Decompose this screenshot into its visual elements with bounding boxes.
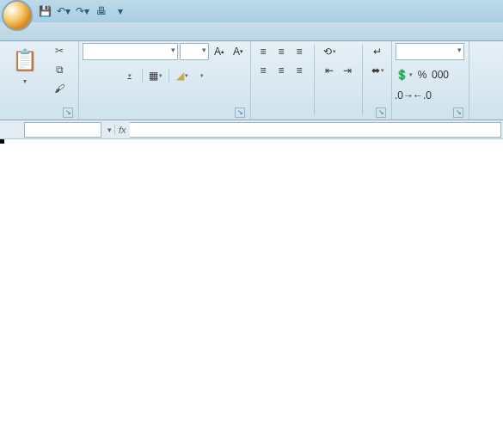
align-bottom-icon[interactable]: ≡ [291, 43, 308, 60]
align-left-icon[interactable]: ≡ [255, 62, 272, 79]
font-color-icon[interactable] [193, 67, 210, 84]
accounting-format-icon[interactable]: 💲 [396, 66, 413, 83]
group-label-number: ↘ [396, 117, 465, 120]
group-label-font: ↘ [83, 117, 247, 120]
bold-button[interactable] [83, 67, 100, 84]
grow-font-icon[interactable]: A▴ [211, 43, 228, 60]
alignment-dialog-launcher[interactable]: ↘ [376, 107, 386, 118]
save-icon[interactable]: 💾 [38, 4, 52, 18]
qat-customize-icon[interactable]: ▾ [113, 4, 127, 18]
font-dialog-launcher[interactable]: ↘ [235, 107, 245, 118]
redo-icon[interactable]: ↷▾ [76, 4, 89, 18]
group-label-alignment: ↘ [255, 117, 388, 120]
quick-access-toolbar: 💾 ↶▾ ↷▾ 🖶 ▾ [38, 0, 127, 22]
align-right-icon[interactable]: ≡ [291, 62, 308, 79]
percent-format-icon[interactable]: % [414, 66, 431, 83]
ribbon-tabs [0, 22, 503, 41]
group-label-clipboard: ↘ [3, 117, 75, 120]
group-clipboard: 📋 ▾ ✂ ⧉ 🖌 ↘ [0, 41, 79, 120]
italic-button[interactable] [101, 67, 119, 84]
fx-icon[interactable]: fx [114, 125, 130, 135]
increase-indent-icon[interactable]: ⇥ [339, 62, 356, 79]
undo-icon[interactable]: ↶▾ [57, 4, 71, 18]
align-middle-icon[interactable]: ≡ [273, 43, 290, 60]
name-box[interactable] [24, 122, 101, 138]
decrease-indent-icon[interactable]: ⇤ [321, 62, 338, 79]
underline-button[interactable] [120, 67, 138, 84]
merge-center-icon[interactable]: ⬌ [369, 62, 386, 79]
print-icon[interactable]: 🖶 [95, 4, 108, 18]
shrink-font-icon[interactable]: A▾ [230, 43, 247, 60]
group-alignment: ≡ ≡ ≡ ≡ ≡ ≡ ⟲ ⇤ ⇥ ↵ [251, 41, 392, 120]
decrease-decimal-icon[interactable]: ←.0 [414, 87, 431, 104]
cut-icon[interactable]: ✂ [52, 43, 67, 58]
format-painter-icon[interactable]: 🖌 [52, 81, 67, 96]
orientation-icon[interactable]: ⟲ [321, 43, 338, 60]
group-font: A▴ A▾ ▦ ◢ ↘ [79, 41, 251, 120]
align-top-icon[interactable]: ≡ [255, 43, 272, 60]
office-button[interactable] [2, 0, 33, 31]
namebox-dropdown-icon[interactable]: ▾ [105, 126, 114, 134]
comma-format-icon[interactable]: 000 [432, 66, 449, 83]
font-size-combo[interactable] [180, 43, 209, 60]
number-format-combo[interactable] [396, 43, 464, 60]
align-center-icon[interactable]: ≡ [273, 62, 290, 79]
copy-icon[interactable]: ⧉ [52, 62, 67, 77]
wrap-text-icon[interactable]: ↵ [369, 43, 386, 60]
paste-icon[interactable]: 📋 [9, 43, 40, 77]
title-bar: 💾 ↶▾ ↷▾ 🖶 ▾ [0, 0, 503, 22]
formula-input[interactable] [130, 122, 501, 138]
font-name-combo[interactable] [83, 43, 178, 60]
number-dialog-launcher[interactable]: ↘ [453, 107, 463, 118]
borders-icon[interactable]: ▦ [147, 67, 164, 84]
group-number: 💲 % 000 .0→ ←.0 ↘ [392, 41, 469, 120]
ribbon: 📋 ▾ ✂ ⧉ 🖌 ↘ A▴ A▾ [0, 41, 503, 120]
fill-color-icon[interactable]: ◢ [174, 67, 191, 84]
formula-bar: ▾ fx [0, 120, 503, 139]
increase-decimal-icon[interactable]: .0→ [396, 87, 413, 104]
worksheet-grid[interactable] [0, 139, 503, 448]
clipboard-dialog-launcher[interactable]: ↘ [63, 107, 73, 118]
